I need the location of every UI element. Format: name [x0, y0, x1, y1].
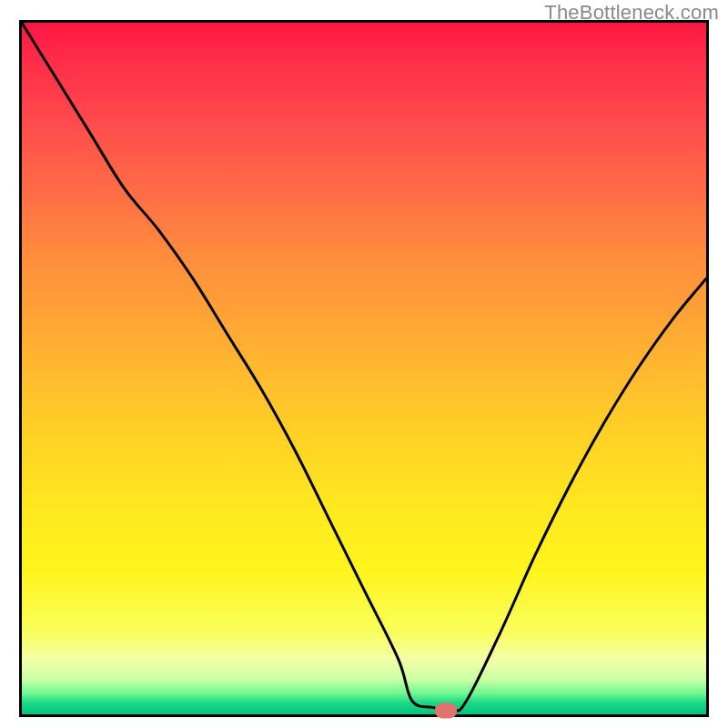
optimal-point-marker — [435, 703, 457, 719]
plot-area — [19, 20, 709, 717]
background-gradient — [22, 23, 706, 714]
chart-container: TheBottleneck.com — [0, 0, 728, 728]
watermark-text: TheBottleneck.com — [544, 1, 719, 25]
